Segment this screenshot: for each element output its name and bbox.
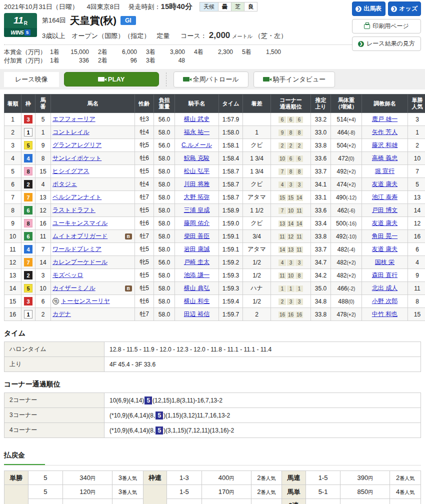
odds-button-label: オッズ xyxy=(399,4,418,13)
horse-name-link[interactable]: トーセンスーリヤ xyxy=(61,297,110,306)
trainer-name-link[interactable]: 小野 次郎 xyxy=(372,298,398,304)
trainer-name-link[interactable]: 森田 直行 xyxy=(372,272,398,278)
trainer-name-link[interactable]: 中竹 和也 xyxy=(372,310,398,318)
jockey-name-link[interactable]: 横山 和生 xyxy=(184,298,210,304)
win5-logo: WIN5 5 xyxy=(4,28,37,37)
last-3f-time: 34.1 xyxy=(311,178,331,191)
trainer-name-link[interactable]: 北出 成人 xyxy=(372,284,398,292)
horse-number: 13 xyxy=(36,191,51,204)
corner-row-label: 3コーナー xyxy=(4,408,104,423)
trainer-name-link[interactable]: 鹿戸 雄一 xyxy=(372,116,398,122)
trainer-name-link[interactable]: 国枝 栄 xyxy=(375,258,394,266)
trainer-name-link[interactable]: 友道 康夫 xyxy=(372,180,398,188)
time-row-value: 12.8 - 11.5 - 11.9 - 12.0 - 12.3 - 12.0 … xyxy=(104,342,421,357)
trainer-name-link[interactable]: 高橋 義忠 xyxy=(372,154,398,162)
prize-amount: 96 xyxy=(130,56,137,65)
jockey-name-link[interactable]: 福永 祐一 xyxy=(184,128,210,136)
horse-number: 8 xyxy=(36,152,51,165)
last-3f-time: 34.2 xyxy=(311,269,331,282)
jockey-name-link[interactable]: 横山 典弘 xyxy=(184,284,210,292)
horse-name-link[interactable]: モズベッロ xyxy=(52,271,83,280)
horse-name-link[interactable]: カデナ xyxy=(52,310,71,318)
jockey-name-link[interactable]: 池添 謙一 xyxy=(184,272,210,278)
corner-position-chip: 3 xyxy=(287,260,294,266)
carried-weight: 56.0 xyxy=(154,113,175,126)
jockey-name-link[interactable]: 三浦 皇成 xyxy=(184,206,210,214)
jockey-cell: 鮫島 克駿 xyxy=(175,152,219,165)
waku-badge: 1 xyxy=(24,310,32,318)
waku-cell: 2 xyxy=(22,269,36,282)
yen-suffix: 円 xyxy=(90,476,96,481)
jockey-name-link[interactable]: 川田 将雅 xyxy=(184,180,210,188)
trainer-name-link[interactable]: 池江 泰寿 xyxy=(372,194,398,200)
result-guide-button[interactable]: ❯ レース結果の見方 xyxy=(352,36,421,51)
horse-name-link[interactable]: エフフォーリア xyxy=(52,115,96,124)
horse-name-link[interactable]: サンレイポケット xyxy=(52,154,102,162)
jockey-interview-button[interactable]: 騎手インタビュー xyxy=(254,72,336,88)
jockey-name-link[interactable]: 大野 拓弥 xyxy=(184,194,210,200)
trainer-name-link[interactable]: 友道 康夫 xyxy=(372,246,398,252)
horse-number: 4 xyxy=(36,178,51,191)
horse-name-link[interactable]: ポタジェ xyxy=(52,180,77,188)
waku-cell: 1 xyxy=(22,126,36,139)
win-popularity: 4 xyxy=(408,256,425,269)
corner-positions: 11108 xyxy=(271,269,311,282)
horse-name-link[interactable]: カイザーミノル xyxy=(52,284,96,292)
corner-positions: 161616 xyxy=(271,308,311,321)
carried-weight: 58.0 xyxy=(154,165,175,178)
jockey-cell: 三浦 皇成 xyxy=(175,204,219,217)
horse-name-link[interactable]: ムイトオブリガード xyxy=(52,232,108,240)
sex-age: 牡5 xyxy=(135,269,154,282)
horse-name-link[interactable]: ワールドプレミア xyxy=(52,245,102,254)
horse-name-link[interactable]: グランアレグリア xyxy=(52,141,102,150)
trainer-name-link[interactable]: 矢作 芳人 xyxy=(372,128,398,136)
body-weight-value: 514 xyxy=(336,116,346,123)
payout-popularity-value: 2 xyxy=(257,488,260,496)
horse-name-cell: ユーキャンスマイル xyxy=(51,217,135,230)
table-row: 448サンレイポケット牡658.0鮫島 克駿1:58.41 3/4106633.… xyxy=(4,152,425,165)
jockey-name-link[interactable]: 藤岡 佑介 xyxy=(184,220,210,226)
jockey-name-link[interactable]: C.ルメール xyxy=(182,142,212,148)
print-page-button[interactable]: 印刷用ページ xyxy=(352,19,421,34)
horse-name-link[interactable]: カレンブーケドール xyxy=(52,258,108,266)
results-column-header: 枠 xyxy=(22,94,36,113)
added-prize-values: 1着3362着963着48 xyxy=(50,56,194,65)
patrol-video-button[interactable]: 全周パトロール xyxy=(174,72,248,88)
trainer-name-link[interactable]: 角田 晃一 xyxy=(372,232,398,240)
entries-button[interactable]: ❯ 出馬表 xyxy=(352,2,386,16)
sex-age: 牡3 xyxy=(135,113,154,126)
payout-amount-value: 120 xyxy=(80,488,90,496)
payout-combination: 1 xyxy=(28,499,62,504)
jockey-name-link[interactable]: 鮫島 克駿 xyxy=(184,154,210,162)
last-3f-time: 33.7 xyxy=(311,243,331,256)
horse-name-link[interactable]: ヒシイグアス xyxy=(52,167,90,176)
corner-position-chip: 8 xyxy=(296,168,303,175)
payout-row: 単勝5340円3番人気枠連1-3400円2番人気馬連1-5390円2番人気 xyxy=(4,471,421,485)
jockey-name-link[interactable]: 岩田 康誠 xyxy=(184,246,210,252)
jockey-name-link[interactable]: 松山 弘平 xyxy=(184,168,210,174)
jockey-name-link[interactable]: 横山 武史 xyxy=(184,116,210,122)
payout-popularity: 3番人気 xyxy=(112,471,143,485)
race-number-suffix: R xyxy=(24,20,28,28)
finish-time: 1:59.0 xyxy=(219,217,243,230)
trainer-name-link[interactable]: 堀 宣行 xyxy=(375,168,394,174)
body-weight: 464(-8) xyxy=(331,126,362,139)
jockey-name-link[interactable]: 戸崎 圭太 xyxy=(184,258,210,266)
horse-name-link[interactable]: ペルシアンナイト xyxy=(52,193,102,202)
table-row: 9816ユーキャンスマイル牡658.0藤岡 佑介1:59.0クビ13141433… xyxy=(4,217,425,230)
body-weight-value: 482 xyxy=(336,272,346,279)
trainer-name-link[interactable]: 戸田 博文 xyxy=(372,206,398,214)
horse-name-link[interactable]: コントレイル xyxy=(52,128,90,136)
trainer-name-link[interactable]: 友道 康夫 xyxy=(372,220,398,226)
play-button[interactable]: PLAY xyxy=(64,72,159,86)
table-row: 10611ムイトオブリガードB牡758.0柴田 善臣1:59.13/411121… xyxy=(4,230,425,243)
odds-button[interactable]: ❯ オッズ xyxy=(388,2,422,16)
corner-positions: 71011 xyxy=(271,204,311,217)
jockey-name-link[interactable]: 田辺 裕信 xyxy=(184,310,210,318)
trainer-name-link[interactable]: 藤沢 和雄 xyxy=(372,142,398,148)
horse-name-link[interactable]: ラストドラフト xyxy=(52,206,96,214)
horse-name-link[interactable]: ユーキャンスマイル xyxy=(52,219,108,228)
jockey-name-link[interactable]: 柴田 善臣 xyxy=(184,232,210,240)
horse-number: 7 xyxy=(36,243,51,256)
table-row: 1323モズベッロ牡558.0池添 謙一1:59.31/21110834.248… xyxy=(4,269,425,282)
